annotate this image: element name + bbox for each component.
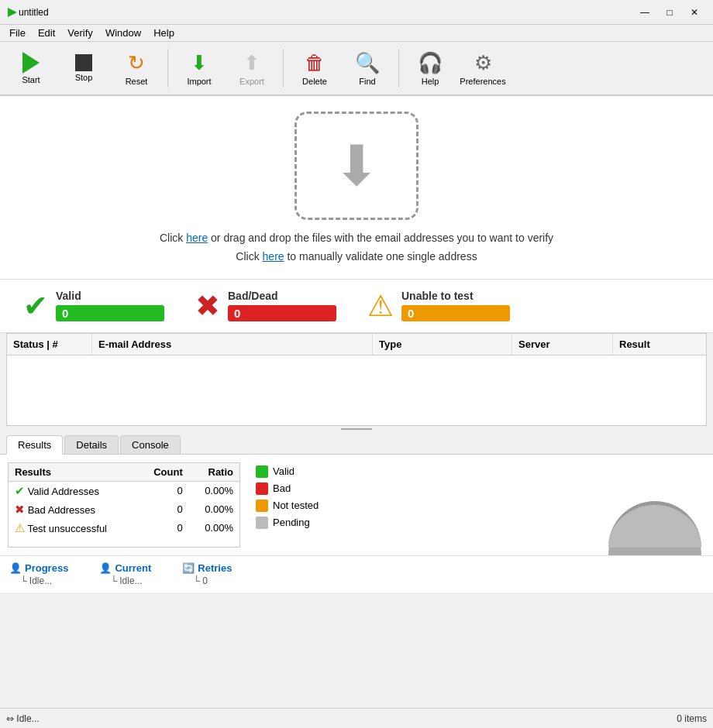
drop-line1-post: or drag and drop the files with the emai… (208, 232, 553, 244)
menu-file[interactable]: File (3, 26, 32, 40)
stop-label: Stop (75, 73, 93, 82)
menu-window[interactable]: Window (99, 26, 147, 40)
row2-count: 0 (138, 500, 189, 519)
legend-nottested: Not tested (256, 500, 319, 512)
drop-arrow-icon: ⬇ (333, 133, 380, 198)
legend-nottested-label: Not tested (273, 500, 319, 511)
table-row: ✔ Valid Addresses 0 0.00% (9, 481, 239, 500)
current-person-icon: 👤 (99, 562, 112, 574)
preferences-button[interactable]: ⚙ Preferences (458, 45, 508, 91)
title-bar: untitled — □ ✕ (0, 0, 713, 25)
row1-ratio: 0.00% (189, 481, 239, 500)
close-button[interactable]: ✕ (682, 5, 707, 20)
svg-marker-0 (8, 8, 17, 17)
legend-pending-dot (256, 517, 268, 529)
export-button[interactable]: ⬆ Export (227, 45, 277, 91)
export-label: Export (239, 77, 264, 86)
find-button[interactable]: 🔍 Find (343, 45, 392, 91)
import-label: Import (187, 77, 211, 86)
status-left: ⇔ Idle... (6, 713, 40, 724)
col-server: Server (512, 334, 613, 355)
export-icon: ⬆ (243, 51, 260, 75)
drop-link-manual[interactable]: here (263, 250, 284, 263)
tab-results[interactable]: Results (6, 435, 63, 455)
progress-group: 👤 Progress Idle... (9, 562, 68, 586)
row3-label: Test unsuccessful (27, 523, 107, 534)
pie-circle (608, 501, 701, 548)
unable-count: 0 (401, 305, 510, 321)
progress-label: Progress (25, 562, 68, 574)
toolbar-separator-2 (283, 49, 284, 88)
drop-line1-pre: Click (160, 232, 186, 244)
legend-pending: Pending (256, 517, 319, 529)
drop-instructions: Click here or drag and drop the files wi… (160, 229, 553, 266)
help-icon: 🎧 (418, 51, 443, 75)
legend-pending-label: Pending (273, 517, 310, 528)
results-col-count: Count (138, 463, 189, 482)
chart-legend: Valid Bad Not tested Pending (256, 462, 319, 548)
maximize-button[interactable]: □ (657, 5, 682, 20)
import-icon: ⬇ (191, 51, 208, 75)
reset-button[interactable]: ↻ Reset (112, 45, 161, 91)
table-row: ✖ Bad Addresses 0 0.00% (9, 500, 239, 519)
find-label: Find (359, 77, 375, 86)
pie-chart (604, 470, 705, 548)
help-button[interactable]: 🎧 Help (405, 45, 455, 91)
progress-title: 👤 Progress (9, 562, 68, 574)
results-col-ratio: Ratio (189, 463, 239, 482)
progress-person-icon: 👤 (9, 562, 22, 574)
legend-bad-label: Bad (273, 482, 291, 494)
menu-edit[interactable]: Edit (32, 26, 61, 40)
progress-section: 👤 Progress Idle... 👤 Current Idle... 🔄 R… (0, 555, 713, 592)
tab-console[interactable]: Console (120, 435, 181, 454)
legend-valid: Valid (256, 465, 319, 478)
current-group: 👤 Current Idle... (99, 562, 151, 586)
stat-valid-info: Valid 0 (56, 290, 164, 321)
menu-verify[interactable]: Verify (61, 26, 99, 40)
resize-handle[interactable] (0, 426, 713, 432)
table-body (7, 355, 706, 371)
col-type: Type (373, 334, 512, 355)
row2-icon: ✖ (15, 503, 25, 516)
drop-zone[interactable]: ⬇ Click here or drag and drop the files … (0, 96, 713, 280)
valid-label: Valid (56, 290, 164, 302)
row2-ratio: 0.00% (189, 500, 239, 519)
stat-unable: ⚠ Unable to test 0 (367, 289, 510, 323)
delete-button[interactable]: 🗑 Delete (290, 45, 339, 91)
resize-indicator (341, 428, 372, 430)
preferences-icon: ⚙ (474, 51, 492, 75)
menu-bar: File Edit Verify Window Help (0, 25, 713, 42)
current-value: Idle... (99, 575, 151, 586)
import-button[interactable]: ⬇ Import (174, 45, 224, 91)
bad-count: 0 (228, 305, 336, 321)
delete-label: Delete (302, 77, 327, 86)
current-title: 👤 Current (99, 562, 151, 574)
stop-button[interactable]: Stop (59, 45, 108, 91)
bad-label: Bad/Dead (228, 290, 336, 302)
minimize-button[interactable]: — (632, 5, 657, 20)
tab-details[interactable]: Details (64, 435, 119, 454)
legend-bad: Bad (256, 482, 319, 495)
bottom-tabs: Results Details Console (0, 432, 713, 455)
preferences-label: Preferences (460, 77, 505, 86)
retries-title: 🔄 Retries (182, 562, 232, 574)
drop-line2-pre: Click (236, 250, 262, 263)
email-table: Status | # E-mail Address Type Server Re… (6, 333, 707, 426)
valid-check-icon: ✔ (23, 289, 48, 323)
bad-cross-icon: ✖ (195, 289, 220, 323)
drop-link-file[interactable]: here (186, 232, 208, 244)
retries-value: 0 (182, 575, 232, 586)
row3-icon: ⚠ (15, 521, 25, 534)
drop-box[interactable]: ⬇ (294, 112, 418, 220)
row1-count: 0 (138, 481, 189, 500)
stop-icon (75, 54, 92, 71)
toolbar-separator-3 (398, 49, 399, 88)
start-icon (22, 52, 40, 74)
unable-warn-icon: ⚠ (367, 289, 394, 323)
menu-help[interactable]: Help (147, 26, 181, 40)
table-row: ⚠ Test unsuccessful 0 0.00% (9, 519, 239, 537)
find-icon: 🔍 (355, 51, 380, 75)
row2-label: Bad Addresses (28, 504, 95, 516)
app-icon (6, 6, 19, 19)
start-button[interactable]: Start (6, 45, 56, 91)
